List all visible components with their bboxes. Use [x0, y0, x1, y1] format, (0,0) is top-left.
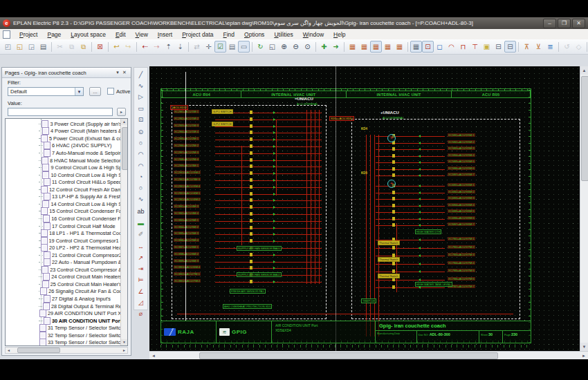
- navigate-parts-icon[interactable]: ✛: [203, 41, 214, 53]
- menu-find[interactable]: Find: [219, 30, 240, 39]
- menu-window[interactable]: Window: [298, 30, 329, 39]
- value-apply-button[interactable]: ▸: [117, 108, 126, 116]
- canvas-horizontal-scrollbar[interactable]: ◄ ►: [149, 351, 588, 359]
- tree-item-page-19[interactable]: 19 Control Circuit Comprresor1 -: [6, 237, 122, 245]
- tree-item-page-22[interactable]: 22 Auto - Manual Pumpdown &: [6, 258, 122, 266]
- draw-spline-icon[interactable]: ∿: [135, 193, 147, 205]
- scroll-left-icon[interactable]: ◄: [6, 348, 12, 352]
- checkbox-box[interactable]: [107, 88, 114, 95]
- dimension-diameter-icon[interactable]: ⌀: [135, 308, 147, 319]
- menu-view[interactable]: View: [131, 30, 153, 39]
- goto-back-icon[interactable]: ⇠: [139, 41, 151, 53]
- active-checkbox[interactable]: Active: [107, 88, 130, 95]
- draw-ellipse-icon[interactable]: ○: [135, 182, 147, 193]
- chevron-down-icon[interactable]: ▼: [75, 88, 83, 95]
- scroll-thumb[interactable]: [17, 348, 60, 353]
- graphical-preview-icon[interactable]: ☑: [214, 41, 226, 53]
- minimize-button[interactable]: –: [543, 19, 556, 28]
- rotate-icon[interactable]: ↺: [561, 41, 573, 53]
- tree-item-page-32[interactable]: 32 Temp Sensor / Selector Switcl: [6, 332, 122, 339]
- filter-browse-button[interactable]: …: [89, 87, 101, 96]
- draw-circle-icon[interactable]: ○: [135, 137, 147, 149]
- tree-item-page-18[interactable]: 18 LP1 - HP1 & Thermostat Coo: [6, 229, 122, 237]
- scroll-left-icon[interactable]: ◄: [149, 354, 158, 358]
- print-icon[interactable]: ▤: [37, 41, 49, 53]
- scroll-down-icon[interactable]: ▼: [121, 339, 127, 345]
- zoom-window-icon[interactable]: ⊙: [302, 41, 313, 53]
- import-project-icon[interactable]: ◲: [26, 41, 37, 53]
- tree-item-page-23[interactable]: 23 Control Circuit Comprresor &: [6, 266, 122, 274]
- tree-item-page-13[interactable]: 13 LP-HP & Supply Air & Fresh: [6, 193, 122, 201]
- scroll-thumb[interactable]: [199, 352, 498, 359]
- workbook-icon[interactable]: ▭: [238, 41, 250, 53]
- menu-utilities[interactable]: Utilities: [269, 30, 297, 39]
- scroll-up-icon[interactable]: ▲: [580, 66, 588, 75]
- tree-item-page-31[interactable]: 31 Temp Sensor / Selector Switcl: [6, 324, 122, 332]
- tree-item-page-15[interactable]: 15 Control Circuit Condenser Fa: [6, 208, 122, 216]
- insert-symbol-icon[interactable]: ✚: [318, 41, 330, 53]
- menu-help[interactable]: Help: [329, 30, 350, 39]
- tree-item-page-3[interactable]: 3 Power Circuit (Supply air fan's: [6, 120, 122, 128]
- tree-horizontal-scrollbar[interactable]: ◄ ►: [5, 347, 128, 354]
- select-area-icon[interactable]: ◻: [434, 41, 445, 53]
- menu-page[interactable]: Page: [42, 30, 66, 39]
- tree-item-page-17[interactable]: 17 Control Circuit Half Mode: [6, 222, 122, 230]
- grid-toggle-icon[interactable]: ▦: [410, 41, 422, 53]
- value-input[interactable]: [8, 108, 113, 116]
- scroll-up-icon[interactable]: ▲: [121, 119, 127, 125]
- menu-layout-space[interactable]: Layout space: [66, 30, 111, 39]
- canvas-vertical-scrollbar[interactable]: ▲ ▼: [580, 66, 588, 351]
- tree-item-page-12[interactable]: 12 Control Circuit Fresh Air Dam: [6, 186, 122, 193]
- tree-item-page-27[interactable]: 27 Digital & Analog Input's: [6, 295, 122, 303]
- tree-item-page-8[interactable]: 8 HVAC Manual Mode Selection: [6, 157, 122, 164]
- menu-insert[interactable]: Insert: [153, 30, 177, 39]
- menu-edit[interactable]: Edit: [111, 30, 131, 39]
- insert-text-icon[interactable]: ab: [135, 206, 147, 217]
- insert-t-node-icon[interactable]: ⊤: [469, 41, 481, 53]
- scroll-right-icon[interactable]: ►: [580, 354, 588, 358]
- panel-collapse-icon[interactable]: ▾: [114, 70, 121, 75]
- goto-up-icon[interactable]: ⇡: [163, 41, 174, 53]
- menu-project-data[interactable]: Project data: [177, 30, 218, 39]
- tree-item-page-11[interactable]: 11 Control Circuit Hi&Lo Speed: [6, 178, 122, 186]
- close-button[interactable]: ✕: [572, 19, 585, 28]
- goto-down-icon[interactable]: ⇣: [174, 41, 186, 53]
- scroll-down-icon[interactable]: ▼: [580, 343, 588, 351]
- maximize-button[interactable]: ❐: [558, 19, 571, 28]
- open-project-icon[interactable]: ◱: [14, 41, 26, 53]
- tree-item-page-14[interactable]: 14 Control Circuit Low & High S: [6, 200, 122, 208]
- draw-rectangle-center-icon[interactable]: ⊡: [135, 114, 147, 125]
- refresh-icon[interactable]: ↻: [255, 41, 266, 53]
- dimension-continued-icon[interactable]: ⇥: [135, 263, 147, 274]
- filter-dropdown[interactable]: Default ▼: [8, 87, 84, 96]
- menu-project[interactable]: Project: [15, 30, 42, 39]
- tree-item-page-26[interactable]: 26 Signalig Circuit Air Fan & Coc: [6, 288, 122, 296]
- delete-icon[interactable]: ⊠: [94, 41, 106, 53]
- tree-item-page-5[interactable]: 5 Power Circuit (Exhust fan & co: [6, 135, 122, 142]
- scroll-thumb[interactable]: [122, 127, 128, 170]
- insert-junction-icon[interactable]: ⊓: [457, 41, 469, 53]
- tree-item-page-28[interactable]: 28 Digital Output & Terminal Re: [6, 303, 122, 310]
- interruption-source-icon[interactable]: ⊼: [521, 41, 533, 53]
- copy-icon[interactable]: ⧉: [66, 41, 77, 53]
- paste-icon[interactable]: ⧉: [77, 41, 89, 53]
- tree-item-page-6[interactable]: 6 HVAC (24VDC SUPPLY): [6, 142, 122, 150]
- insert-connection-arc-icon[interactable]: ◠: [445, 41, 457, 53]
- panel-close-icon[interactable]: ✕: [121, 70, 128, 75]
- mirror-icon[interactable]: ◇: [573, 41, 585, 53]
- tree-item-page-33[interactable]: 33 Temp Sensor / Selector Switcl: [6, 339, 122, 347]
- cable-navigator-icon[interactable]: ▦: [370, 41, 382, 53]
- draw-sector-icon[interactable]: ◔: [135, 171, 147, 182]
- terminal-navigator-icon[interactable]: ▦: [358, 41, 370, 53]
- dimension-radius-icon[interactable]: ◿: [135, 297, 147, 308]
- zoom-fit-icon[interactable]: ◱: [266, 41, 278, 53]
- tree-item-page-25[interactable]: 25 Control Circuit Main Heater's: [6, 281, 122, 288]
- insert-terminal-strip-icon[interactable]: ⊟: [504, 41, 516, 53]
- snap-to-grid-icon[interactable]: ⊡: [422, 41, 434, 53]
- schematic-canvas[interactable]: ACU R04INTERNAL HVAC UNITINTERNAL HVAC U…: [149, 66, 580, 351]
- draw-circle-center-icon[interactable]: ⊙: [135, 126, 147, 137]
- draw-rectangle-icon[interactable]: ▭: [135, 103, 147, 114]
- interruption-target-icon[interactable]: ⊻: [533, 41, 544, 53]
- plc-navigator-icon[interactable]: ▦: [382, 41, 394, 53]
- pages-panel-header[interactable]: Pages - Gpig- iran couchette coach ▾ ✕: [2, 68, 131, 78]
